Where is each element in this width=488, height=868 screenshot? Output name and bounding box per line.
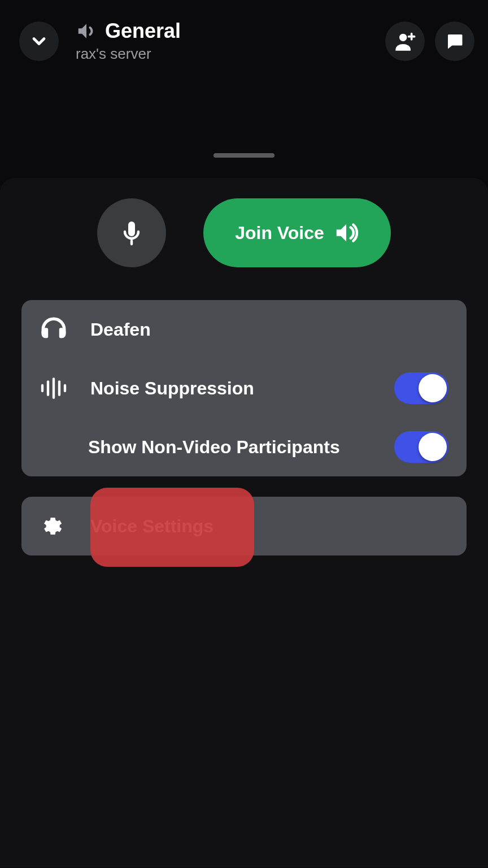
soundwave-icon [40,377,68,399]
header: General rax's server [0,0,488,63]
noise-suppression-row: Noise Suppression [40,359,448,418]
headphones-icon [40,315,68,344]
voice-sheet: Join Voice Deafen Noise Suppression Show… [0,178,488,867]
add-friend-button[interactable] [385,21,425,61]
channel-title: General [105,19,181,43]
title-block: General rax's server [76,19,385,63]
voice-settings-label: Voice Settings [90,516,448,537]
join-voice-label: Join Voice [235,223,324,244]
chat-button[interactable] [435,21,474,61]
deafen-label: Deafen [90,319,448,340]
noise-suppression-toggle[interactable] [394,372,448,404]
person-add-icon [394,30,416,53]
nonvideo-label: Show Non-Video Participants [88,437,394,458]
speaker-icon [76,20,97,42]
chevron-down-icon [29,31,49,51]
mic-button[interactable] [97,198,166,267]
speaker-loud-icon [333,220,359,246]
microphone-icon [118,219,145,246]
svg-point-0 [399,33,407,41]
voice-settings-row[interactable]: Voice Settings [40,497,448,555]
gear-icon [40,514,63,538]
collapse-button[interactable] [19,21,59,61]
drag-handle[interactable] [213,153,274,158]
server-name: rax's server [76,45,385,63]
deafen-row[interactable]: Deafen [40,300,448,359]
options-card: Deafen Noise Suppression Show Non-Video … [21,300,467,476]
noise-suppression-label: Noise Suppression [90,378,394,399]
join-voice-button[interactable]: Join Voice [203,198,391,267]
nonvideo-row: Show Non-Video Participants [40,418,448,476]
voice-settings-card: Voice Settings [21,497,467,555]
nonvideo-toggle[interactable] [394,431,448,463]
chat-bubble-icon [445,31,465,51]
join-row: Join Voice [21,198,467,267]
